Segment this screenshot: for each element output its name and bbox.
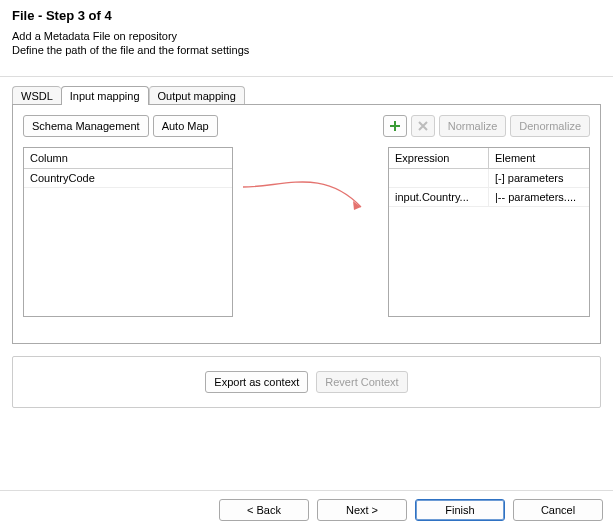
element-cell: [-] parameters	[489, 169, 589, 187]
subtitle-line1: Add a Metadata File on repository	[12, 30, 177, 42]
normalize-button: Normalize	[439, 115, 507, 137]
wizard-content: WSDL Input mapping Output mapping Schema…	[0, 77, 613, 344]
expression-cell	[389, 169, 489, 187]
plus-icon	[389, 120, 401, 132]
svg-marker-2	[353, 201, 361, 210]
source-schema-panel: Column CountryCode	[23, 147, 233, 317]
tab-wsdl[interactable]: WSDL	[12, 86, 61, 105]
tab-strip: WSDL Input mapping Output mapping	[12, 85, 601, 104]
page-subtitle: Add a Metadata File on repository Define…	[12, 29, 601, 58]
page-title: File - Step 3 of 4	[12, 8, 601, 23]
element-header: Element	[489, 148, 589, 168]
table-row[interactable]: input.Country... |-- parameters....	[389, 188, 589, 207]
wizard-footer: < Back Next > Finish Cancel	[0, 490, 613, 529]
svg-rect-1	[390, 125, 400, 127]
mapping-toolbar: Schema Management Auto Map Normalize Den…	[23, 115, 590, 137]
wizard-header: File - Step 3 of 4 Add a Metadata File o…	[0, 0, 613, 68]
finish-button[interactable]: Finish	[415, 499, 505, 521]
subtitle-line2: Define the path of the file and the form…	[12, 44, 249, 56]
x-icon	[417, 120, 429, 132]
expression-header: Expression	[389, 148, 489, 168]
back-button[interactable]: < Back	[219, 499, 309, 521]
column-header: Column	[24, 148, 232, 168]
tab-body: Schema Management Auto Map Normalize Den…	[12, 104, 601, 344]
add-button[interactable]	[383, 115, 407, 137]
tab-input-mapping[interactable]: Input mapping	[61, 86, 149, 105]
mapping-link-arrow	[243, 153, 383, 223]
next-button[interactable]: Next >	[317, 499, 407, 521]
cancel-button[interactable]: Cancel	[513, 499, 603, 521]
column-cell: CountryCode	[24, 169, 232, 187]
schema-management-button[interactable]: Schema Management	[23, 115, 149, 137]
export-as-context-button[interactable]: Export as context	[205, 371, 308, 393]
table-row[interactable]: [-] parameters	[389, 169, 589, 188]
table-row[interactable]: CountryCode	[24, 169, 232, 188]
tab-output-mapping[interactable]: Output mapping	[149, 86, 245, 105]
target-schema-panel: Expression Element [-] parameters input.…	[388, 147, 590, 317]
expression-cell: input.Country...	[389, 188, 489, 206]
denormalize-button: Denormalize	[510, 115, 590, 137]
context-panel: Export as context Revert Context	[12, 356, 601, 408]
element-cell: |-- parameters....	[489, 188, 589, 206]
auto-map-button[interactable]: Auto Map	[153, 115, 218, 137]
revert-context-button: Revert Context	[316, 371, 407, 393]
mapping-panels: Column CountryCode Expression Element [-…	[23, 147, 590, 317]
delete-button	[411, 115, 435, 137]
